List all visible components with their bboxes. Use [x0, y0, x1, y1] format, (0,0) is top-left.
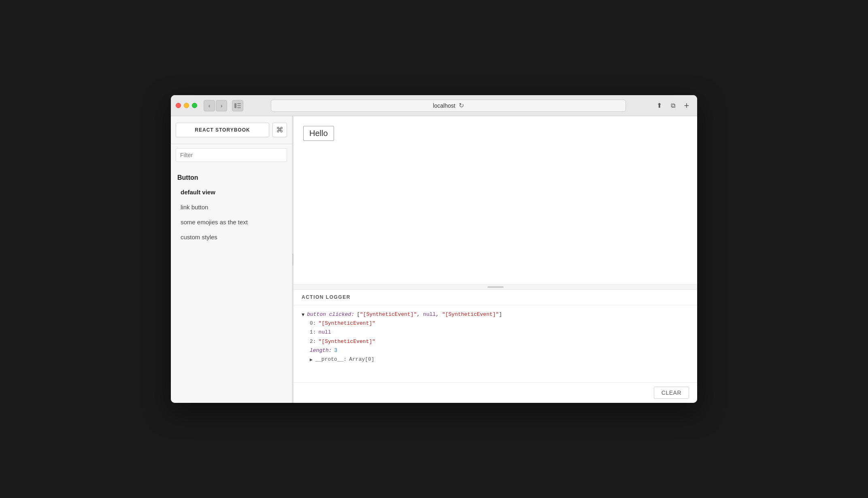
proto-arrow[interactable]: ▶ [310, 356, 313, 364]
action-logger-footer: CLEAR [294, 382, 697, 403]
cmd-button[interactable]: ⌘ [272, 123, 287, 137]
log-item-2-value: "[SyntheticEvent]" [319, 337, 375, 346]
back-button[interactable]: ‹ [204, 100, 215, 111]
svg-rect-3 [237, 107, 241, 108]
url-text: localhost [433, 102, 455, 109]
forward-button[interactable]: › [216, 100, 227, 111]
log-length-value: 3 [334, 346, 338, 355]
log-length: length: 3 [310, 346, 689, 355]
sidebar-item-custom-styles[interactable]: custom styles [171, 230, 292, 245]
expand-arrow[interactable]: ▼ [302, 311, 304, 319]
sidebar: REACT STORYBOOK ⌘ Button default view li… [171, 116, 292, 403]
sidebar-item-link-button[interactable]: link button [171, 200, 292, 215]
preview-area: Hello [294, 116, 697, 285]
resize-handle[interactable] [294, 285, 697, 289]
sidebar-item-emojies[interactable]: some emojies as the text [171, 215, 292, 230]
address-bar[interactable]: localhost ↻ [271, 100, 626, 112]
svg-rect-2 [237, 105, 241, 106]
forward-icon: › [221, 102, 223, 109]
log-item-1: 1: null [310, 328, 689, 337]
sidebar-header: REACT STORYBOOK ⌘ [171, 116, 292, 144]
log-array-preview: ["[SyntheticEvent]", null, "[SyntheticEv… [357, 310, 502, 319]
browser-actions: ⬆ ⧉ + [653, 100, 692, 111]
log-item-2-key: 2: [310, 337, 316, 346]
filter-input[interactable] [176, 148, 287, 162]
action-logger: ACTION LOGGER ▼ button clicked: ["[Synth… [294, 289, 697, 403]
log-event-name: button clicked: [307, 310, 354, 319]
log-item-0: 0: "[SyntheticEvent]" [310, 319, 689, 328]
sidebar-item-default-view[interactable]: default view [171, 185, 292, 200]
sidebar-nav: Button default view link button some emo… [171, 166, 292, 403]
clear-button[interactable]: CLEAR [654, 387, 689, 399]
action-logger-content: ▼ button clicked: ["[SyntheticEvent]", n… [294, 305, 697, 382]
log-entry-main: ▼ button clicked: ["[SyntheticEvent]", n… [302, 310, 689, 319]
log-item-2: 2: "[SyntheticEvent]" [310, 337, 689, 346]
svg-rect-0 [234, 103, 236, 108]
sidebar-toggle-button[interactable] [232, 100, 243, 111]
minimize-button[interactable] [184, 103, 189, 108]
back-icon: ‹ [208, 102, 211, 109]
browser-window: ‹ › localhost ↻ ⬆ ⧉ + [171, 95, 697, 403]
action-logger-header: ACTION LOGGER [294, 289, 697, 305]
storybook-button[interactable]: REACT STORYBOOK [176, 123, 269, 137]
nav-buttons: ‹ › [204, 100, 227, 111]
close-button[interactable] [176, 103, 181, 108]
add-tab-button[interactable]: + [681, 100, 692, 111]
log-null-preview: null [423, 311, 436, 317]
log-item-0-value: "[SyntheticEvent]" [319, 319, 375, 328]
log-proto-key: __proto__: [315, 355, 347, 364]
preview-button[interactable]: Hello [303, 126, 334, 141]
share-button[interactable]: ⬆ [653, 100, 665, 111]
maximize-button[interactable] [192, 103, 197, 108]
log-array-item-2-preview: "[SyntheticEvent]" [442, 311, 499, 317]
reload-button[interactable]: ↻ [459, 102, 464, 109]
log-array-item-0-preview: "[SyntheticEvent]" [360, 311, 417, 317]
browser-chrome: ‹ › localhost ↻ ⬆ ⧉ + [171, 95, 697, 116]
log-item-1-key: 1: [310, 328, 316, 337]
resize-handle-bar [487, 286, 504, 288]
log-item-1-value: null [319, 328, 331, 337]
traffic-lights [176, 103, 197, 108]
log-item-0-key: 0: [310, 319, 316, 328]
log-proto-value: Array[0] [349, 355, 374, 364]
nav-section-title: Button [171, 171, 292, 185]
log-expanded-items: 0: "[SyntheticEvent]" 1: null 2: "[Synth… [302, 319, 689, 355]
duplicate-button[interactable]: ⧉ [667, 100, 679, 111]
main-content: Hello ACTION LOGGER ▼ button clicked: ["… [294, 116, 697, 403]
app-layout: REACT STORYBOOK ⌘ Button default view li… [171, 116, 697, 403]
log-proto: ▶ __proto__: Array[0] [302, 355, 689, 364]
log-length-key: length: [310, 346, 332, 355]
svg-rect-1 [237, 103, 241, 104]
sidebar-toggle-icon [234, 103, 241, 108]
